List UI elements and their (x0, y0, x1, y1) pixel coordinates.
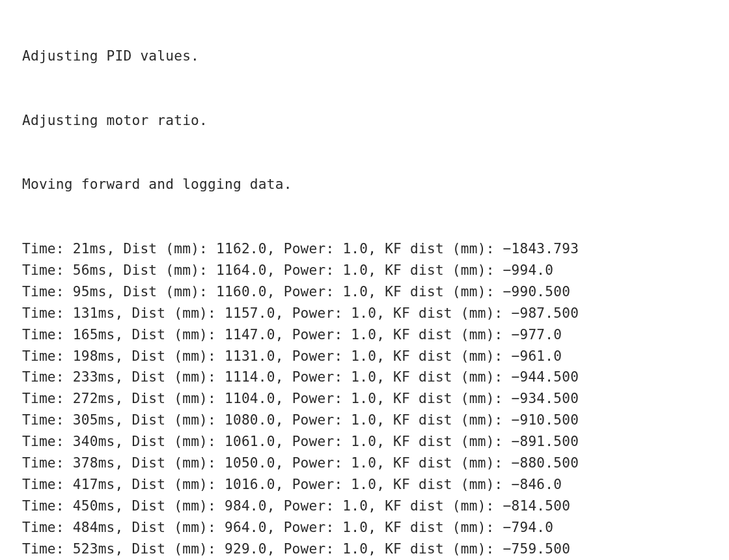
time-suffix: ms, (98, 390, 132, 406)
power-label: , Power: (275, 326, 351, 343)
dist-label: Dist (mm): (131, 476, 225, 492)
power-label: , Power: (267, 262, 343, 278)
power-value: 1.0 (342, 262, 368, 278)
terminal-output: Adjusting PID values. Adjusting motor ra… (0, 0, 729, 560)
log-row: Time: 450ms, Dist (mm): 984.0, Power: 1.… (22, 496, 729, 517)
time-suffix: ms, (98, 326, 132, 343)
kf-label: , KF dist (mm): (368, 519, 502, 535)
time-value: 305 (73, 412, 98, 428)
kf-value: −977.0 (512, 326, 562, 343)
kf-label: , KF dist (mm): (376, 433, 511, 449)
dist-value: 1162.0 (216, 240, 267, 257)
power-value: 1.0 (351, 369, 376, 385)
time-value: 417 (73, 476, 98, 492)
dist-value: 964.0 (225, 519, 267, 535)
dist-label: Dist (mm): (131, 519, 225, 535)
log-row: Time: 272ms, Dist (mm): 1104.0, Power: 1… (22, 388, 729, 410)
kf-value: −891.500 (512, 433, 579, 449)
time-suffix: ms, (98, 476, 132, 492)
kf-label: , KF dist (mm): (376, 348, 511, 364)
power-label: , Power: (267, 497, 343, 514)
power-label: , Power: (275, 476, 351, 492)
power-label: , Power: (267, 519, 343, 535)
kf-value: −961.0 (512, 348, 562, 364)
power-value: 1.0 (351, 433, 376, 449)
kf-label: , KF dist (mm): (368, 262, 502, 278)
power-value: 1.0 (342, 283, 368, 300)
dist-label: Dist (mm): (131, 305, 225, 321)
dist-value: 1131.0 (225, 348, 275, 364)
time-suffix: ms, (98, 519, 132, 535)
kf-label: , KF dist (mm): (368, 240, 502, 257)
status-line: Adjusting PID values. (22, 46, 729, 67)
time-suffix: ms, (98, 540, 132, 557)
kf-value: −759.500 (503, 540, 571, 557)
time-suffix: ms, (98, 369, 132, 385)
time-suffix: ms, (98, 348, 132, 364)
kf-label: , KF dist (mm): (376, 455, 511, 471)
dist-label: Dist (mm): (131, 390, 225, 406)
power-value: 1.0 (342, 497, 368, 514)
log-row: Time: 198ms, Dist (mm): 1131.0, Power: 1… (22, 346, 729, 367)
time-value: 198 (73, 348, 98, 364)
dist-label: Dist (mm): (131, 369, 225, 385)
time-suffix: ms, (98, 433, 132, 449)
time-value: 450 (73, 497, 98, 514)
dist-value: 1016.0 (225, 476, 275, 492)
dist-label: Dist (mm): (131, 433, 225, 449)
kf-value: −846.0 (512, 476, 562, 492)
time-suffix: ms, (90, 262, 124, 278)
time-label: Time: (22, 497, 73, 514)
log-row: Time: 95ms, Dist (mm): 1160.0, Power: 1.… (22, 281, 729, 303)
log-rows: Time: 21ms, Dist (mm): 1162.0, Power: 1.… (22, 238, 729, 560)
time-value: 131 (73, 305, 98, 321)
power-label: , Power: (275, 369, 351, 385)
kf-value: −794.0 (503, 519, 554, 535)
power-label: , Power: (275, 305, 351, 321)
kf-value: −934.500 (512, 390, 579, 406)
kf-value: −944.500 (512, 369, 579, 385)
power-label: , Power: (275, 433, 351, 449)
kf-value: −880.500 (512, 455, 579, 471)
kf-label: , KF dist (mm): (376, 476, 511, 492)
kf-value: −814.500 (503, 497, 571, 514)
time-label: Time: (22, 433, 73, 449)
power-value: 1.0 (351, 476, 376, 492)
time-value: 233 (73, 369, 98, 385)
power-label: , Power: (267, 240, 343, 257)
dist-value: 1160.0 (216, 283, 267, 300)
kf-label: , KF dist (mm): (368, 283, 502, 300)
dist-label: Dist (mm): (131, 412, 225, 428)
time-value: 165 (73, 326, 98, 343)
power-label: , Power: (275, 412, 351, 428)
time-label: Time: (22, 240, 73, 257)
dist-value: 1104.0 (225, 390, 275, 406)
dist-value: 1080.0 (225, 412, 275, 428)
kf-label: , KF dist (mm): (376, 305, 511, 321)
time-value: 340 (73, 433, 98, 449)
log-row: Time: 417ms, Dist (mm): 1016.0, Power: 1… (22, 474, 729, 496)
power-label: , Power: (267, 540, 343, 557)
power-value: 1.0 (351, 412, 376, 428)
status-line: Moving forward and logging data. (22, 174, 729, 195)
log-row: Time: 484ms, Dist (mm): 964.0, Power: 1.… (22, 517, 729, 539)
kf-label: , KF dist (mm): (376, 390, 511, 406)
kf-value: −994.0 (503, 262, 554, 278)
dist-value: 1157.0 (225, 305, 275, 321)
time-value: 95 (73, 283, 90, 300)
log-row: Time: 21ms, Dist (mm): 1162.0, Power: 1.… (22, 238, 729, 260)
dist-value: 929.0 (225, 540, 267, 557)
dist-label: Dist (mm): (131, 540, 225, 557)
dist-value: 1114.0 (225, 369, 275, 385)
time-label: Time: (22, 540, 73, 557)
log-row: Time: 131ms, Dist (mm): 1157.0, Power: 1… (22, 303, 729, 324)
time-suffix: ms, (98, 497, 132, 514)
log-row: Time: 233ms, Dist (mm): 1114.0, Power: 1… (22, 367, 729, 388)
log-row: Time: 340ms, Dist (mm): 1061.0, Power: 1… (22, 431, 729, 453)
log-row: Time: 165ms, Dist (mm): 1147.0, Power: 1… (22, 324, 729, 346)
kf-label: , KF dist (mm): (368, 497, 502, 514)
dist-label: Dist (mm): (124, 283, 217, 300)
power-value: 1.0 (351, 390, 376, 406)
power-label: , Power: (275, 348, 351, 364)
dist-label: Dist (mm): (124, 262, 217, 278)
